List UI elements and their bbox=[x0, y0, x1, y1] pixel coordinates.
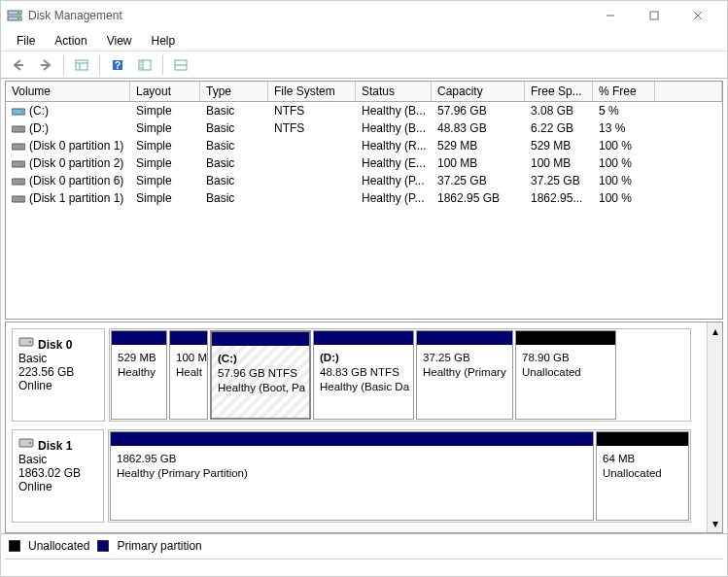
col-volume[interactable]: Volume bbox=[6, 82, 130, 101]
col-type[interactable]: Type bbox=[200, 82, 268, 101]
volume-type: Basic bbox=[200, 189, 268, 207]
col-capacity[interactable]: Capacity bbox=[432, 82, 525, 101]
scroll-down-icon[interactable]: ▾ bbox=[712, 517, 718, 530]
menu-file[interactable]: File bbox=[7, 32, 45, 50]
partition-size: 64 MB bbox=[603, 453, 635, 464]
volume-type: Basic bbox=[200, 102, 268, 119]
swatch-unallocated bbox=[9, 540, 20, 552]
col-layout[interactable]: Layout bbox=[130, 82, 200, 101]
volume-status: Healthy (P... bbox=[356, 189, 432, 207]
disk-graph-pane: Disk 0Basic223.56 GBOnline529 MBHealthy1… bbox=[5, 322, 723, 533]
legend: Unallocated Primary partition bbox=[1, 533, 727, 557]
volume-list-header[interactable]: Volume Layout Type File System Status Ca… bbox=[6, 82, 722, 102]
volume-type: Basic bbox=[200, 172, 268, 189]
partition[interactable]: 1862.95 GBHealthy (Primary Partition) bbox=[110, 431, 594, 521]
disk-label[interactable]: Disk 0Basic223.56 GBOnline bbox=[12, 328, 105, 422]
volume-layout: Simple bbox=[130, 172, 200, 189]
partition-status: Healthy bbox=[118, 366, 156, 378]
volume-name: (C:) bbox=[29, 104, 49, 118]
volume-layout: Simple bbox=[130, 102, 200, 119]
show-hide-console-tree-button[interactable] bbox=[70, 54, 93, 76]
svg-point-33 bbox=[21, 198, 23, 200]
help-button[interactable]: ? bbox=[106, 54, 129, 76]
partition-header-bar bbox=[212, 332, 309, 346]
volume-pct: 5 % bbox=[593, 102, 655, 119]
drive-icon bbox=[12, 193, 25, 203]
volume-row[interactable]: (C:)SimpleBasicNTFSHealthy (B...57.96 GB… bbox=[6, 102, 722, 119]
disk-row: Disk 0Basic223.56 GBOnline529 MBHealthy1… bbox=[12, 328, 691, 422]
volume-type: Basic bbox=[200, 154, 268, 172]
partition[interactable]: 529 MBHealthy bbox=[111, 330, 167, 420]
col-freespace[interactable]: Free Sp... bbox=[525, 82, 593, 101]
partition-size: 78.90 GB bbox=[522, 352, 570, 363]
disk-type: Basic bbox=[18, 352, 47, 365]
close-button[interactable] bbox=[676, 1, 719, 30]
toolbar: ? bbox=[1, 51, 727, 79]
volume-row[interactable]: (Disk 0 partition 1)SimpleBasicHealthy (… bbox=[6, 137, 722, 154]
legend-primary: Primary partition bbox=[117, 539, 201, 553]
volume-status: Healthy (P... bbox=[356, 172, 432, 189]
partition[interactable]: 78.90 GBUnallocated bbox=[515, 330, 616, 420]
volume-row[interactable]: (Disk 1 partition 1)SimpleBasicHealthy (… bbox=[6, 189, 722, 207]
disk-icon bbox=[18, 335, 34, 352]
legend-unallocated: Unallocated bbox=[28, 539, 89, 553]
partition-strip: 1862.95 GBHealthy (Primary Partition)64 … bbox=[108, 429, 691, 523]
svg-point-37 bbox=[29, 442, 31, 444]
volume-fs bbox=[268, 154, 356, 172]
volume-row[interactable]: (D:)SimpleBasicNTFSHealthy (B...48.83 GB… bbox=[6, 119, 722, 137]
volume-cap: 48.83 GB bbox=[432, 119, 525, 137]
svg-point-29 bbox=[21, 163, 23, 165]
partition[interactable]: 64 MBUnallocated bbox=[596, 431, 689, 521]
partition-status: Healt bbox=[176, 366, 202, 378]
volume-free: 37.25 GB bbox=[525, 172, 593, 189]
volume-list[interactable]: Volume Layout Type File System Status Ca… bbox=[5, 81, 723, 320]
menu-help[interactable]: Help bbox=[142, 32, 186, 50]
menu-view[interactable]: View bbox=[97, 32, 142, 50]
forward-button[interactable] bbox=[34, 54, 57, 76]
volume-name: (Disk 1 partition 1) bbox=[29, 191, 123, 205]
settings-button[interactable] bbox=[133, 54, 156, 76]
drive-icon bbox=[12, 123, 25, 133]
volume-cap: 100 MB bbox=[432, 154, 525, 172]
volume-type: Basic bbox=[200, 119, 268, 137]
maximize-button[interactable] bbox=[632, 1, 676, 30]
scroll-up-icon[interactable]: ▴ bbox=[712, 324, 718, 338]
back-button[interactable] bbox=[7, 54, 30, 76]
disk-label[interactable]: Disk 1Basic1863.02 GBOnline bbox=[12, 429, 104, 523]
partition[interactable]: 100 MHealt bbox=[169, 330, 208, 420]
volume-row[interactable]: (Disk 0 partition 6)SimpleBasicHealthy (… bbox=[6, 172, 722, 189]
disk-name: Disk 0 bbox=[38, 338, 72, 352]
menu-action[interactable]: Action bbox=[45, 32, 96, 50]
partition-title: (C:) bbox=[218, 353, 237, 364]
volume-layout: Simple bbox=[130, 189, 200, 207]
partition-size: 100 M bbox=[176, 352, 207, 363]
toggle-view-button[interactable] bbox=[169, 54, 192, 76]
col-pctfree[interactable]: % Free bbox=[593, 82, 655, 101]
partition[interactable]: (C:)57.96 GB NTFSHealthy (Boot, Pa bbox=[210, 330, 311, 420]
volume-fs bbox=[268, 137, 356, 154]
drive-icon bbox=[12, 176, 25, 186]
partition[interactable]: (D:)48.83 GB NTFSHealthy (Basic Da bbox=[313, 330, 414, 420]
volume-row[interactable]: (Disk 0 partition 2)SimpleBasicHealthy (… bbox=[6, 154, 722, 172]
volume-free: 3.08 GB bbox=[525, 102, 593, 119]
disk-size: 1863.02 GB bbox=[18, 466, 81, 480]
col-status[interactable]: Status bbox=[356, 82, 432, 101]
partition-header-bar bbox=[516, 331, 615, 345]
partition-size: 1862.95 GB bbox=[117, 453, 176, 464]
swatch-primary bbox=[97, 540, 109, 552]
col-padding bbox=[655, 82, 722, 101]
col-filesystem[interactable]: File System bbox=[268, 82, 356, 101]
disk-type: Basic bbox=[18, 453, 47, 466]
partition-status: Unallocated bbox=[522, 366, 581, 378]
minimize-button[interactable] bbox=[588, 1, 632, 30]
svg-point-17 bbox=[140, 61, 142, 63]
svg-text:?: ? bbox=[115, 60, 121, 71]
partition[interactable]: 37.25 GBHealthy (Primary bbox=[416, 330, 513, 420]
svg-rect-10 bbox=[76, 60, 87, 70]
window-title: Disk Management bbox=[28, 9, 122, 22]
volume-status: Healthy (E... bbox=[356, 154, 432, 172]
volume-status: Healthy (R... bbox=[356, 137, 432, 154]
volume-pct: 100 % bbox=[593, 154, 655, 172]
scrollbar[interactable]: ▴ ▾ bbox=[707, 322, 722, 532]
svg-point-18 bbox=[140, 64, 142, 66]
